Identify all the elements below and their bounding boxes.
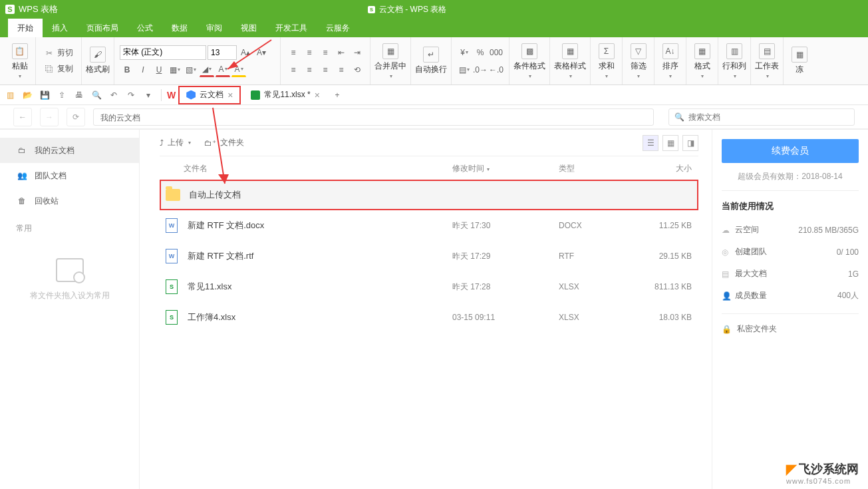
- table-style-button[interactable]: ▦表格样式▾: [550, 37, 591, 84]
- tab-xlsx-file[interactable]: 常见11.xlsx * ×: [243, 86, 327, 104]
- decrease-font-button[interactable]: A▾: [254, 45, 269, 60]
- increase-font-button[interactable]: A▴: [238, 45, 253, 60]
- fill-color-button[interactable]: ◢▾: [200, 63, 214, 77]
- new-tab-button[interactable]: +: [330, 88, 345, 102]
- open-button[interactable]: 📂: [20, 88, 35, 102]
- col-name[interactable]: 文件名: [184, 163, 452, 174]
- new-folder-button[interactable]: 🗀⁺文件夹: [204, 137, 244, 148]
- increase-decimal-button[interactable]: .0→: [473, 63, 488, 77]
- col-time[interactable]: 修改时间 ▾: [452, 163, 559, 174]
- font-size-input[interactable]: [208, 45, 237, 60]
- dropzone[interactable]: 将文件夹拖入设为常用: [0, 258, 139, 301]
- new-doc-button[interactable]: ▥: [3, 88, 17, 102]
- freeze-button[interactable]: ▦冻: [784, 37, 815, 84]
- undo-button[interactable]: ↶: [106, 88, 121, 102]
- nav-forward-button[interactable]: →: [40, 108, 59, 126]
- filter-button[interactable]: ▽筛选▾: [623, 37, 654, 84]
- close-icon[interactable]: ×: [227, 90, 233, 100]
- menu-cloud[interactable]: 云服务: [317, 19, 359, 37]
- merge-button[interactable]: ▦合并居中▾: [370, 37, 411, 84]
- sidebar-team-docs[interactable]: 👥团队文档: [0, 163, 139, 188]
- list-view-button[interactable]: ☰: [643, 135, 658, 151]
- close-icon[interactable]: ×: [315, 90, 320, 100]
- file-time: 03-15 09:11: [452, 313, 559, 322]
- nav-refresh-button[interactable]: ⟳: [67, 108, 85, 126]
- menu-devtools[interactable]: 开发工具: [266, 19, 317, 37]
- bold-button[interactable]: B: [120, 63, 134, 77]
- search-input[interactable]: [688, 112, 849, 122]
- print-button[interactable]: 🖶: [72, 88, 86, 102]
- file-row[interactable]: 工作簿4.xlsx 03-15 09:11 XLSX 18.03 KB: [160, 302, 698, 333]
- file-area: ⤴上传▾ 🗀⁺文件夹 ☰ ▦ ◨ 文件名 修改时间 ▾ 类型 大小 自动上传文档…: [140, 130, 712, 489]
- underline-button[interactable]: U: [152, 63, 166, 77]
- align-middle-button[interactable]: ≡: [302, 45, 317, 60]
- copy-button[interactable]: ⿻复制: [41, 63, 76, 76]
- align-bottom-button[interactable]: ≡: [318, 45, 333, 60]
- menu-data[interactable]: 数据: [162, 19, 197, 37]
- renew-membership-button[interactable]: 续费会员: [722, 139, 859, 163]
- menu-pagelayout[interactable]: 页面布局: [77, 19, 128, 37]
- number-format-button[interactable]: ▤▾: [457, 63, 472, 77]
- grid-view-button[interactable]: ▦: [662, 135, 678, 151]
- cell-style-button[interactable]: ▧▾: [184, 63, 198, 77]
- menu-formula[interactable]: 公式: [128, 19, 162, 37]
- align-justify-button[interactable]: ≡: [334, 63, 349, 77]
- align-center-button[interactable]: ≡: [302, 63, 317, 77]
- path-input[interactable]: 我的云文档: [93, 108, 654, 126]
- indent-right-button[interactable]: ⇥: [350, 45, 364, 60]
- wrap-button[interactable]: ↵自动换行: [411, 37, 452, 84]
- indent-left-button[interactable]: ⇤: [334, 45, 349, 60]
- file-toolbar: ⤴上传▾ 🗀⁺文件夹 ☰ ▦ ◨: [160, 130, 698, 156]
- currency-button[interactable]: ¥▾: [457, 45, 472, 60]
- redo-button[interactable]: ↷: [124, 88, 138, 102]
- file-row[interactable]: 自动上传文档: [160, 180, 698, 210]
- qat-dropdown[interactable]: ▾: [141, 88, 156, 102]
- panel-toggle-button[interactable]: ◨: [682, 135, 698, 151]
- format-button[interactable]: ▦格式▾: [686, 37, 718, 84]
- sort-button[interactable]: A↓排序▾: [654, 37, 686, 84]
- menu-view[interactable]: 视图: [231, 19, 266, 37]
- col-size[interactable]: 大小: [639, 163, 698, 174]
- file-row[interactable]: 新建 RTF 文档.docx 昨天 17:30 DOCX 11.25 KB: [160, 210, 698, 241]
- export-button[interactable]: ⇪: [55, 88, 69, 102]
- decrease-decimal-button[interactable]: ←.0: [489, 63, 504, 77]
- paste-label: 粘贴: [12, 61, 28, 72]
- file-row[interactable]: 新建 RTF 文档.rtf 昨天 17:29 RTF 29.15 KB: [160, 241, 698, 271]
- dropzone-icon: [56, 258, 84, 282]
- comma-button[interactable]: 000: [489, 45, 504, 60]
- italic-button[interactable]: I: [136, 63, 150, 77]
- cond-format-button[interactable]: ▩条件格式▾: [509, 37, 550, 84]
- wps-home-button[interactable]: W: [167, 90, 176, 100]
- doc-icon: ▤: [722, 269, 735, 279]
- border-button[interactable]: ▦▾: [168, 63, 182, 77]
- upload-button[interactable]: ⤴上传▾: [160, 137, 191, 148]
- highlight-button[interactable]: A▾: [231, 63, 246, 77]
- sheet-button[interactable]: ▤工作表▾: [751, 37, 784, 84]
- menu-start[interactable]: 开始: [8, 19, 43, 37]
- print-preview-button[interactable]: 🔍: [89, 88, 104, 102]
- cut-button[interactable]: ✂剪切: [41, 47, 76, 60]
- menu-insert[interactable]: 插入: [43, 19, 77, 37]
- tab-cloud-docs[interactable]: 云文档 ×: [178, 86, 241, 104]
- search-box[interactable]: 🔍: [668, 108, 855, 126]
- file-icon: [165, 189, 181, 201]
- private-folder-button[interactable]: 🔒私密文件夹: [722, 313, 859, 344]
- file-row[interactable]: 常见11.xlsx 昨天 17:28 XLSX 811.13 KB: [160, 271, 698, 302]
- align-left-button[interactable]: ≡: [286, 63, 301, 77]
- sidebar-my-docs[interactable]: 🗀我的云文档: [0, 138, 139, 163]
- col-type[interactable]: 类型: [559, 163, 639, 174]
- align-right-button[interactable]: ≡: [318, 63, 333, 77]
- font-family-input[interactable]: [120, 45, 206, 60]
- sum-button[interactable]: Σ求和▾: [591, 37, 623, 84]
- nav-back-button[interactable]: ←: [13, 108, 32, 126]
- percent-button[interactable]: %: [473, 45, 488, 60]
- menu-review[interactable]: 审阅: [197, 19, 231, 37]
- sidebar-trash[interactable]: 🗑回收站: [0, 188, 139, 214]
- paste-group[interactable]: 📋 粘贴▾: [4, 37, 36, 84]
- rowcol-button[interactable]: ▥行和列▾: [718, 37, 751, 84]
- font-color-button[interactable]: A▾: [216, 63, 230, 77]
- orientation-button[interactable]: ⟲: [350, 63, 364, 77]
- align-top-button[interactable]: ≡: [286, 45, 301, 60]
- format-painter-button[interactable]: 🖌 格式刷: [82, 37, 114, 84]
- save-button[interactable]: 💾: [37, 88, 52, 102]
